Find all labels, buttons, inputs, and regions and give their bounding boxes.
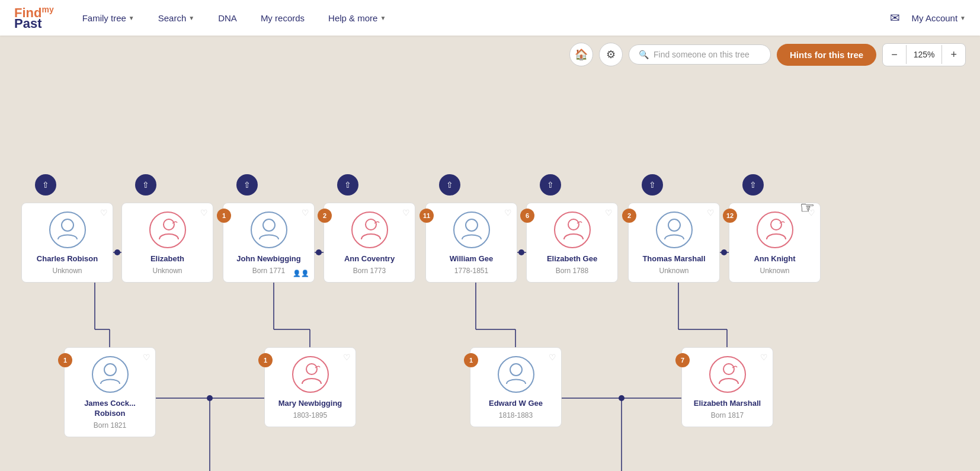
chevron-down-icon: ▼ xyxy=(960,15,966,21)
heart-icon[interactable]: ♡ xyxy=(343,353,351,362)
up-arrow-charles[interactable]: ⇧ xyxy=(35,174,56,196)
chevron-down-icon: ▼ xyxy=(188,15,194,21)
male-avatar xyxy=(453,212,490,248)
svg-point-41 xyxy=(723,364,734,374)
nav-dna[interactable]: DNA xyxy=(209,8,246,28)
search-icon: 🔍 xyxy=(639,50,649,59)
person-name-john: John Newbigging xyxy=(236,254,300,264)
zoom-controls: − 125% + xyxy=(882,43,966,66)
tree-area: ⇧ Charles RobisonUnknown♡⇧ ElizabethUnkn… xyxy=(0,73,980,471)
person-dates-elizabeth_m: Born 1817 xyxy=(711,411,744,419)
person-card-charles[interactable]: Charles RobisonUnknown♡ xyxy=(21,203,113,283)
person-card-thomas[interactable]: Thomas MarshallUnknown♡ xyxy=(628,203,720,283)
person-dates-edward: 1818-1883 xyxy=(499,411,533,419)
female-avatar xyxy=(292,356,329,393)
person-card-james[interactable]: James Cock... RobisonBorn 1821♡ xyxy=(64,347,156,437)
male-avatar xyxy=(251,212,287,248)
settings-button[interactable]: ⚙ xyxy=(599,43,623,66)
hint-badge-mary[interactable]: 1 xyxy=(258,353,273,367)
person-name-edward: Edward W Gee xyxy=(489,399,543,409)
zoom-level: 125% xyxy=(906,45,943,64)
find-person-search[interactable]: 🔍 Find someone on this tree xyxy=(629,44,771,65)
hints-button[interactable]: Hints for this tree xyxy=(777,44,876,66)
person-dates-thomas: Unknown xyxy=(659,267,688,275)
hint-badge-thomas[interactable]: 2 xyxy=(622,209,636,223)
hint-badge-james[interactable]: 1 xyxy=(58,353,72,367)
heart-icon[interactable]: ♡ xyxy=(605,208,613,217)
person-dates-ann_c: Born 1773 xyxy=(353,267,386,275)
person-card-ann_k[interactable]: Ann KnightUnknown♡ xyxy=(729,203,821,283)
person-card-edward[interactable]: Edward W Gee1818-1883♡ xyxy=(470,347,562,427)
svg-point-30 xyxy=(62,219,73,231)
svg-point-29 xyxy=(721,249,727,255)
hint-badge-ann_k[interactable]: 12 xyxy=(723,209,737,223)
up-arrow-ann_k[interactable]: ⇧ xyxy=(742,174,764,196)
heart-icon[interactable]: ♡ xyxy=(100,208,108,217)
toolbar: 🏠 ⚙ 🔍 Find someone on this tree Hints fo… xyxy=(0,36,980,73)
family-link-icon[interactable]: 👤👤 xyxy=(293,270,309,277)
up-arrow-ann_c[interactable]: ⇧ xyxy=(337,174,358,196)
heart-icon[interactable]: ♡ xyxy=(707,208,715,217)
person-card-william[interactable]: William Gee1778-1851♡ xyxy=(425,203,517,283)
person-name-thomas: Thomas Marshall xyxy=(642,254,705,264)
heart-icon[interactable]: ♡ xyxy=(504,208,512,217)
heart-icon[interactable]: ♡ xyxy=(760,353,768,362)
logo[interactable]: Findmy Past xyxy=(14,5,54,30)
person-card-elizabeth_m[interactable]: Elizabeth MarshallBorn 1817♡ xyxy=(681,347,773,427)
zoom-out-button[interactable]: − xyxy=(883,44,906,66)
hint-badge-edward[interactable]: 1 xyxy=(464,353,478,367)
female-avatar xyxy=(149,212,186,248)
heart-icon[interactable]: ♡ xyxy=(808,208,815,217)
search-placeholder: Find someone on this tree xyxy=(654,50,750,59)
person-card-elizabeth_g[interactable]: Elizabeth GeeBorn 1788♡ xyxy=(526,203,618,283)
chevron-down-icon: ▼ xyxy=(129,15,134,21)
male-avatar xyxy=(92,356,129,393)
hint-badge-william[interactable]: 11 xyxy=(419,209,434,223)
svg-point-27 xyxy=(316,249,322,255)
hint-badge-elizabeth_m[interactable]: 7 xyxy=(675,353,690,367)
female-avatar xyxy=(757,212,793,248)
hint-badge-ann_c[interactable]: 2 xyxy=(318,209,332,223)
heart-icon[interactable]: ♡ xyxy=(302,208,309,217)
svg-point-17 xyxy=(207,395,213,401)
heart-icon[interactable]: ♡ xyxy=(549,353,556,362)
female-avatar xyxy=(709,356,746,393)
nav-my-records[interactable]: My records xyxy=(251,8,314,28)
person-dates-mary: 1803-1895 xyxy=(293,411,327,419)
person-name-elizabeth_r: Elizabeth xyxy=(150,254,184,264)
up-arrow-elizabeth_r[interactable]: ⇧ xyxy=(135,174,156,196)
heart-icon[interactable]: ♡ xyxy=(200,208,208,217)
up-arrow-elizabeth_g[interactable]: ⇧ xyxy=(540,174,561,196)
person-card-mary[interactable]: Mary Newbigging1803-1895♡ xyxy=(264,347,356,427)
person-dates-william: 1778-1851 xyxy=(454,267,488,275)
hint-badge-john[interactable]: 1 xyxy=(217,209,231,223)
nav-right: ✉ My Account ▼ xyxy=(888,8,966,27)
logo-past: Past xyxy=(14,17,54,30)
hint-badge-elizabeth_g[interactable]: 6 xyxy=(520,209,534,223)
heart-icon[interactable]: ♡ xyxy=(143,353,150,362)
nav-search[interactable]: Search ▼ xyxy=(149,8,204,28)
heart-icon[interactable]: ♡ xyxy=(402,208,410,217)
svg-point-28 xyxy=(518,249,524,255)
up-arrow-thomas[interactable]: ⇧ xyxy=(642,174,663,196)
nav-family-tree[interactable]: Family tree ▼ xyxy=(73,8,144,28)
up-arrow-john[interactable]: ⇧ xyxy=(236,174,258,196)
account-menu[interactable]: My Account ▼ xyxy=(912,13,966,23)
zoom-in-button[interactable]: + xyxy=(942,44,965,66)
nav-help[interactable]: Help & more ▼ xyxy=(319,8,395,28)
messages-icon[interactable]: ✉ xyxy=(888,8,902,27)
home-button[interactable]: 🏠 xyxy=(569,43,593,66)
navbar: Findmy Past Family tree ▼ Search ▼ DNA M… xyxy=(0,0,980,36)
person-dates-charles: Unknown xyxy=(52,267,82,275)
up-arrow-william[interactable]: ⇧ xyxy=(439,174,460,196)
person-name-james: James Cock... Robison xyxy=(72,399,148,419)
person-name-elizabeth_g: Elizabeth Gee xyxy=(547,254,597,264)
person-card-ann_c[interactable]: Ann CoventryBorn 1773♡ xyxy=(324,203,415,283)
person-name-mary: Mary Newbigging xyxy=(278,399,342,409)
svg-point-37 xyxy=(771,219,782,230)
person-card-elizabeth_r[interactable]: ElizabethUnknown♡ xyxy=(121,203,213,283)
person-name-ann_c: Ann Coventry xyxy=(344,254,395,264)
svg-point-38 xyxy=(104,364,116,376)
person-card-john[interactable]: John NewbiggingBorn 1771♡👤👤 xyxy=(223,203,315,283)
svg-point-26 xyxy=(114,249,120,255)
